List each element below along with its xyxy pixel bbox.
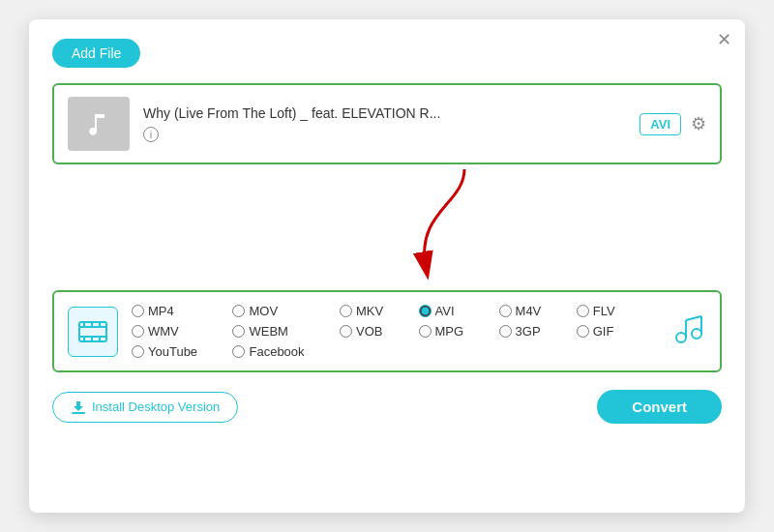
svg-point-11 xyxy=(692,329,701,339)
info-icon[interactable]: i xyxy=(143,127,159,142)
film-icon xyxy=(77,316,108,347)
gear-button[interactable]: ⚙ xyxy=(691,113,706,134)
format-option-flv[interactable]: FLV xyxy=(577,304,650,318)
audio-icon-area xyxy=(671,312,706,351)
arrow-icon xyxy=(406,164,484,281)
install-button-label: Install Desktop Version xyxy=(92,399,220,414)
format-option-webm[interactable]: WEBM xyxy=(232,324,339,339)
svg-point-10 xyxy=(676,333,686,342)
format-option-gif[interactable]: GIF xyxy=(577,324,650,339)
svg-rect-5 xyxy=(91,322,93,326)
svg-rect-8 xyxy=(91,338,93,341)
svg-rect-4 xyxy=(83,322,85,326)
format-option-m4v[interactable]: M4V xyxy=(499,304,577,318)
install-desktop-button[interactable]: Install Desktop Version xyxy=(52,392,238,423)
svg-rect-7 xyxy=(83,338,85,341)
file-title: Why (Live From The Loft) _ feat. ELEVATI… xyxy=(143,105,626,121)
arrow-area xyxy=(52,164,722,290)
svg-rect-2 xyxy=(79,326,106,328)
file-info: Why (Live From The Loft) _ feat. ELEVATI… xyxy=(143,105,626,142)
audio-icon xyxy=(671,312,706,347)
add-file-button[interactable]: Add File xyxy=(52,39,140,68)
format-option-facebook[interactable]: Facebook xyxy=(232,344,339,359)
bottom-bar: Install Desktop Version Convert xyxy=(52,390,722,424)
format-option-vob[interactable]: VOB xyxy=(340,324,419,339)
svg-rect-9 xyxy=(99,338,101,341)
format-option-mp4[interactable]: MP4 xyxy=(132,304,232,318)
file-thumbnail xyxy=(68,97,130,151)
format-box: MP4 MOV MKV AVI M4V FLV WMV WEBM xyxy=(52,290,722,372)
main-dialog: ✕ Add File Why (Live From The Loft) _ fe… xyxy=(29,19,745,513)
svg-rect-6 xyxy=(99,322,101,326)
format-option-3gp[interactable]: 3GP xyxy=(499,324,577,339)
svg-line-14 xyxy=(686,316,701,320)
format-option-mkv[interactable]: MKV xyxy=(340,304,419,318)
close-button[interactable]: ✕ xyxy=(717,31,731,48)
file-item-box: Why (Live From The Loft) _ feat. ELEVATI… xyxy=(52,83,722,164)
format-option-wmv[interactable]: WMV xyxy=(132,324,232,339)
svg-rect-15 xyxy=(72,412,85,414)
format-badge[interactable]: AVI xyxy=(640,113,681,135)
format-option-mpg[interactable]: MPG xyxy=(419,324,499,339)
format-option-youtube[interactable]: YouTube xyxy=(132,344,232,359)
svg-rect-3 xyxy=(79,336,106,338)
download-icon xyxy=(71,399,86,415)
format-options-grid: MP4 MOV MKV AVI M4V FLV WMV WEBM xyxy=(132,304,650,359)
convert-button[interactable]: Convert xyxy=(597,390,722,424)
format-option-avi[interactable]: AVI xyxy=(419,304,499,318)
format-option-mov[interactable]: MOV xyxy=(232,304,339,318)
music-icon xyxy=(83,108,114,139)
file-actions: AVI ⚙ xyxy=(640,113,706,135)
video-format-icon xyxy=(68,307,118,357)
